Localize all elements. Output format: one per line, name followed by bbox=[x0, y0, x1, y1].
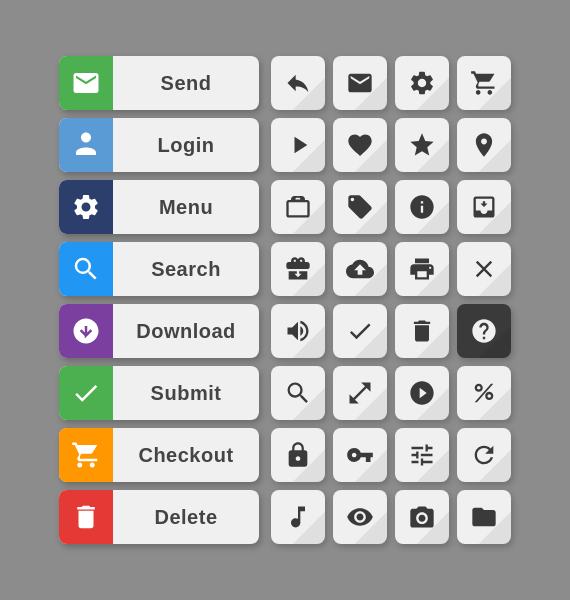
checkout-label: Checkout bbox=[113, 444, 259, 467]
envelope-icon[interactable] bbox=[333, 56, 387, 110]
login-icon bbox=[59, 118, 113, 172]
star-icon[interactable] bbox=[395, 118, 449, 172]
cloud-upload-icon[interactable] bbox=[333, 242, 387, 296]
send-button[interactable]: Send bbox=[59, 56, 259, 110]
expand-icon[interactable] bbox=[333, 366, 387, 420]
refresh-icon[interactable] bbox=[457, 428, 511, 482]
delete-button[interactable]: Delete bbox=[59, 490, 259, 544]
submit-button[interactable]: Submit bbox=[59, 366, 259, 420]
send-icon bbox=[59, 56, 113, 110]
folder-icon[interactable] bbox=[457, 490, 511, 544]
submit-label: Submit bbox=[113, 382, 259, 405]
check-icon[interactable] bbox=[333, 304, 387, 358]
search-label: Search bbox=[113, 258, 259, 281]
help-icon[interactable] bbox=[457, 304, 511, 358]
print-icon[interactable] bbox=[395, 242, 449, 296]
volume-icon[interactable] bbox=[271, 304, 325, 358]
play-icon[interactable] bbox=[395, 366, 449, 420]
checkout-button[interactable]: Checkout bbox=[59, 428, 259, 482]
main-container: Send Login Menu Search D bbox=[39, 36, 531, 564]
delete-label: Delete bbox=[113, 506, 259, 529]
close-icon[interactable] bbox=[457, 242, 511, 296]
gift-icon[interactable] bbox=[271, 242, 325, 296]
icon-grid bbox=[271, 56, 511, 544]
login-label: Login bbox=[113, 134, 259, 157]
info-icon[interactable] bbox=[395, 180, 449, 234]
trash-icon[interactable] bbox=[395, 304, 449, 358]
inbox-down-icon[interactable] bbox=[457, 180, 511, 234]
location-icon[interactable] bbox=[457, 118, 511, 172]
sliders-icon[interactable] bbox=[395, 428, 449, 482]
download-icon bbox=[59, 304, 113, 358]
heart-icon[interactable] bbox=[333, 118, 387, 172]
menu-button[interactable]: Menu bbox=[59, 180, 259, 234]
settings-icon[interactable] bbox=[395, 56, 449, 110]
send-label: Send bbox=[113, 72, 259, 95]
key-icon[interactable] bbox=[333, 428, 387, 482]
lock-icon[interactable] bbox=[271, 428, 325, 482]
eye-icon[interactable] bbox=[333, 490, 387, 544]
music-icon[interactable] bbox=[271, 490, 325, 544]
camera-icon[interactable] bbox=[395, 490, 449, 544]
cart-icon[interactable] bbox=[457, 56, 511, 110]
briefcase-icon[interactable] bbox=[271, 180, 325, 234]
submit-icon bbox=[59, 366, 113, 420]
arrow-right-icon[interactable] bbox=[271, 118, 325, 172]
login-button[interactable]: Login bbox=[59, 118, 259, 172]
search-button[interactable]: Search bbox=[59, 242, 259, 296]
menu-label: Menu bbox=[113, 196, 259, 219]
tag-icon[interactable] bbox=[333, 180, 387, 234]
buttons-column: Send Login Menu Search D bbox=[59, 56, 259, 544]
download-label: Download bbox=[113, 320, 259, 343]
delete-icon bbox=[59, 490, 113, 544]
menu-icon bbox=[59, 180, 113, 234]
search-icon bbox=[59, 242, 113, 296]
checkout-icon bbox=[59, 428, 113, 482]
percent-icon[interactable] bbox=[457, 366, 511, 420]
download-button[interactable]: Download bbox=[59, 304, 259, 358]
arrow-enter-icon[interactable] bbox=[271, 56, 325, 110]
search2-icon[interactable] bbox=[271, 366, 325, 420]
